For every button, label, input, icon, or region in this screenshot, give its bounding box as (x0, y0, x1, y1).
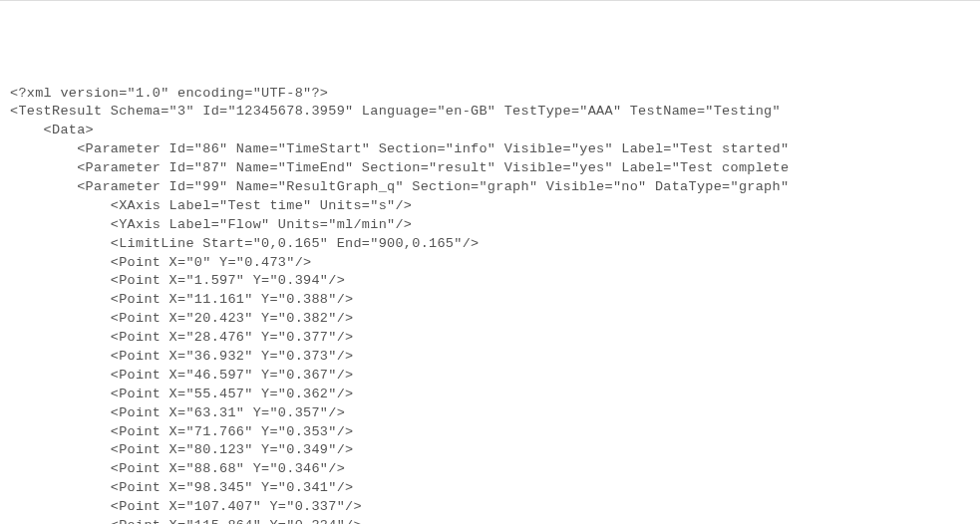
xml-code-block: <?xml version="1.0" encoding="UTF-8"?> <… (10, 85, 980, 524)
